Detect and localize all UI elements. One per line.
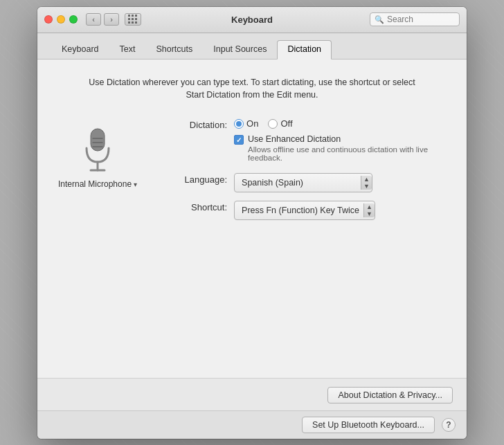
search-icon: 🔍 — [375, 15, 384, 24]
dictation-off-radio[interactable] — [268, 119, 278, 129]
shortcut-field-label: Shortcut: — [158, 201, 227, 212]
microphone-name: Internal Microphone — [58, 179, 132, 189]
keyboard-preferences-window: ‹ › Keyboard 🔍 Keyboard Text Shortcuts — [37, 7, 467, 439]
language-row: Language: Spanish (Spain) ▲ ▼ — [158, 173, 446, 192]
enhanced-dictation-checkbox[interactable] — [234, 135, 244, 145]
about-dictation-button[interactable]: About Dictation & Privacy... — [327, 387, 453, 403]
dictation-on-off: On Off Use — [234, 118, 446, 162]
shortcut-value: Press Fn (Function) Key Twice — [242, 206, 359, 215]
dictation-field-label: Dictation: — [158, 118, 227, 130]
tab-input-sources[interactable]: Input Sources — [203, 40, 277, 60]
bluetooth-keyboard-button[interactable]: Set Up Bluetooth Keyboard... — [302, 417, 435, 433]
tab-shortcuts[interactable]: Shortcuts — [145, 40, 203, 60]
shortcut-row: Shortcut: Press Fn (Function) Key Twice … — [158, 201, 446, 220]
dictation-on-radio[interactable] — [234, 119, 244, 129]
window-title: Keyboard — [231, 15, 273, 25]
maximize-button[interactable] — [69, 15, 78, 24]
minimize-button[interactable] — [57, 15, 65, 24]
tab-keyboard[interactable]: Keyboard — [51, 40, 109, 60]
about-section: About Dictation & Privacy... — [37, 378, 467, 410]
app-grid-button[interactable] — [125, 13, 141, 26]
dictation-off-label: Off — [280, 118, 292, 129]
language-value: Spanish (Spain) — [242, 178, 357, 188]
enhanced-dictation-subtext: Allows offline use and continuous dictat… — [248, 145, 446, 162]
forward-button[interactable]: › — [104, 13, 119, 26]
dictation-toggle-row: Dictation: On Of — [158, 118, 446, 162]
content-area: Use Dictation wherever you can type text… — [37, 60, 467, 378]
settings-section: Dictation: On Of — [158, 118, 446, 228]
help-button[interactable]: ? — [442, 418, 456, 432]
enhanced-dictation-row: Use Enhanced Dictation Allows offline us… — [234, 134, 446, 162]
language-field-label: Language: — [158, 173, 227, 185]
language-dropdown[interactable]: Spanish (Spain) ▲ ▼ — [234, 173, 372, 192]
desktop-background: ‹ › Keyboard 🔍 Keyboard Text Shortcuts — [0, 0, 504, 445]
footer-bar: Set Up Bluetooth Keyboard... ? — [37, 410, 467, 439]
microphone-icon — [80, 125, 115, 174]
enhanced-dictation-text-block: Use Enhanced Dictation Allows offline us… — [248, 134, 446, 162]
shortcut-dropdown-arrow: ▲ ▼ — [363, 203, 375, 217]
microphone-dropdown-arrow: ▾ — [134, 181, 137, 188]
traffic-lights — [44, 15, 78, 24]
title-bar: ‹ › Keyboard 🔍 — [37, 7, 467, 33]
tabs-bar: Keyboard Text Shortcuts Input Sources Di… — [37, 33, 467, 60]
tab-dictation[interactable]: Dictation — [277, 40, 332, 60]
microphone-label[interactable]: Internal Microphone ▾ — [58, 179, 137, 189]
language-dropdown-arrow: ▲ ▼ — [361, 176, 372, 190]
microphone-section: Internal Microphone ▾ — [58, 118, 137, 189]
search-bar[interactable]: 🔍 — [370, 12, 460, 26]
shortcut-dropdown[interactable]: Press Fn (Function) Key Twice ▲ ▼ — [234, 201, 375, 220]
dictation-control: On Off Use — [234, 118, 446, 162]
nav-buttons: ‹ › — [86, 13, 119, 26]
dictation-radio-group: On Off — [234, 118, 446, 129]
dictation-off-option[interactable]: Off — [268, 118, 292, 129]
grid-icon — [128, 15, 138, 24]
search-input[interactable] — [387, 15, 455, 24]
back-button[interactable]: ‹ — [86, 13, 101, 26]
main-section: Internal Microphone ▾ Dictation: — [58, 118, 446, 228]
enhanced-dictation-label: Use Enhanced Dictation — [248, 134, 446, 144]
dictation-on-option[interactable]: On — [234, 118, 258, 129]
dictation-on-label: On — [246, 118, 258, 129]
close-button[interactable] — [44, 15, 53, 24]
dictation-description: Use Dictation wherever you can type text… — [58, 76, 446, 102]
svg-rect-0 — [91, 129, 105, 151]
tab-text[interactable]: Text — [109, 40, 146, 60]
